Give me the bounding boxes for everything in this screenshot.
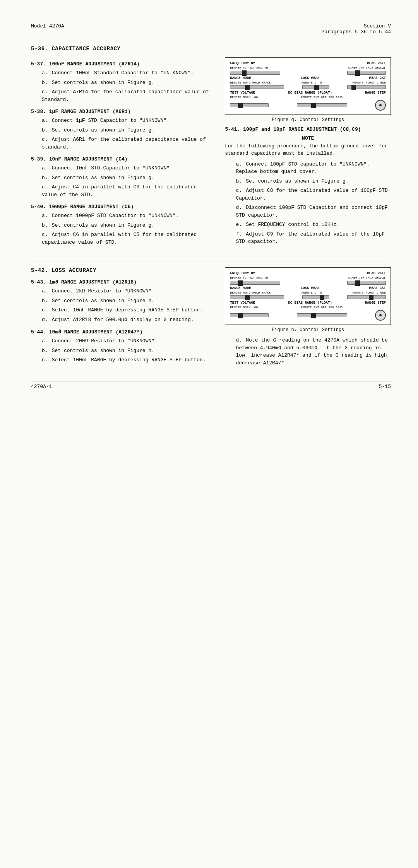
step-37b: b. Set controls as shown in Figure g. (42, 79, 213, 87)
section-36-title: 5-36. CAPACITANCE ACCURACY (31, 46, 391, 52)
section-40: 5-40. 1000pF RANGE ADJUSTMENT (C6) a. Co… (31, 204, 213, 246)
footer-right: 5-15 (379, 384, 391, 390)
section-44-title: 5-44. 10mϑ RANGE ADJUSTMENT (A12R47*) (31, 329, 213, 335)
figure-h-box: FREQUENCY Hz MEAS RATE REMOTE1K10K100K1M… (225, 267, 391, 325)
step-41c: c. Adjust C8 for the calibrated value of… (236, 187, 391, 202)
section-41-title: 5-41. 100pF and 10pF RANGE ADJUSTMENT (C… (225, 126, 391, 132)
section-37-title: 5-37. 100nF RANGE ADJUSTMENT (A7R14) (31, 61, 213, 67)
page-footer: 4270A-1 5-15 (31, 381, 391, 390)
step-44d: d. Note the G reading on the 4270A which… (236, 337, 391, 367)
section-39-title: 5-39. 10nF RANGE ADJUSTMENT (C4) (31, 156, 213, 162)
figure-g-caption: Figure g. Control Settings (225, 117, 391, 123)
section-36: 5-36. CAPACITANCE ACCURACY (31, 46, 391, 52)
col-right-bottom: FREQUENCY Hz MEAS RATE REMOTE1K10K100K1M… (225, 267, 391, 369)
footer-left: 4270A-1 (31, 384, 52, 390)
section-label: Section V Paragraphs 5-36 to 5-44 (322, 23, 391, 35)
step-41a: a. Connect 100pF STD capacitor to "UNKNO… (236, 161, 391, 176)
bottom-two-col: 5-42. LOSS ACCURACY 5-43. 1mϑ RANGE ADJU… (31, 267, 391, 369)
section-37: 5-37. 100nF RANGE ADJUSTMENT (A7R14) a. … (31, 61, 213, 103)
section-41: 5-41. 100pF and 10pF RANGE ADJUSTMENT (C… (225, 126, 391, 246)
step-43a: a. Connect 2kΩ Resistor to "UNKNOWN". (42, 287, 213, 295)
step-41f: f. Adjust C9 for the calibrated value of… (236, 231, 391, 246)
section-42: 5-42. LOSS ACCURACY (31, 267, 213, 273)
section-43-title: 5-43. 1mϑ RANGE ADJUSTMENT (A12R18) (31, 279, 213, 285)
step-38c: c. Adjust A6R1 for the calibrated capaci… (42, 136, 213, 151)
step-37c: c. Adjust A7R14 for the calibrated capac… (42, 88, 213, 103)
figure-h-caption: Figure h. Control Settings (225, 327, 391, 333)
step-43d: d. Adjust A12R18 for 500.0μϑ display on … (42, 316, 213, 324)
step-43c: c. Select 10nF RANGE by depressing RANGE… (42, 306, 213, 314)
step-40b: b. Set controls as shown in Figure g. (42, 222, 213, 229)
step-38a: a. Connect 1μF STD Capacitor to "UNKNOWN… (42, 117, 213, 125)
page: Model 4270A Section V Paragraphs 5-36 to… (0, 0, 418, 868)
top-two-col: 5-37. 100nF RANGE ADJUSTMENT (A7R14) a. … (31, 57, 391, 251)
step-40c: c. Adjust C6 in parallel with C5 for the… (42, 231, 213, 246)
model-label: Model 4270A (31, 23, 64, 35)
section-38-title: 5-38. 1μF RANGE ADJUSTMENT (A6R1) (31, 109, 213, 114)
step-41e: e. Set FREQUENCY control to 10KHz. (236, 221, 391, 229)
step-38b: b. Set controls as shown in Figure g. (42, 126, 213, 134)
step-40a: a. Connect 1000pF STD Capacitor to "UNKN… (42, 212, 213, 220)
step-41b: b. Set controls as shown in Figure g. (236, 178, 391, 185)
section-44: 5-44. 10mϑ RANGE ADJUSTMENT (A12R47*) a.… (31, 329, 213, 364)
col-left-top: 5-37. 100nF RANGE ADJUSTMENT (A7R14) a. … (31, 57, 213, 251)
section-40-title: 5-40. 1000pF RANGE ADJUSTMENT (C6) (31, 204, 213, 210)
section-38: 5-38. 1μF RANGE ADJUSTMENT (A6R1) a. Con… (31, 109, 213, 151)
col-right-top: FREQUENCY Hz MEAS RATE REMOTE1K10K100K1M… (225, 57, 391, 251)
step-44b: b. Set controls as shown in Figure h. (42, 347, 213, 355)
note-41: NOTE For the following procedure, the bo… (225, 135, 391, 157)
figure-g-box: FREQUENCY Hz MEAS RATE REMOTE1K10K100K1M… (225, 57, 391, 115)
step-37a: a. Connect 100nF Standard Capacitor to "… (42, 69, 213, 77)
section-divider (31, 260, 391, 260)
section-42-title: 5-42. LOSS ACCURACY (31, 267, 213, 273)
step-44a: a. Connect 200Ω Resistor to "UNKNOWN". (42, 337, 213, 345)
step-44c: c. Select 100nF RANGE by depressing RANG… (42, 356, 213, 364)
step-39b: b. Set controls as shown in Figure g. (42, 174, 213, 182)
section-39: 5-39. 10nF RANGE ADJUSTMENT (C4) a. Conn… (31, 156, 213, 198)
step-41d: d. Disconnect 100pF STD Capacitor and co… (236, 204, 391, 219)
page-header: Model 4270A Section V Paragraphs 5-36 to… (31, 23, 391, 35)
step-39a: a. Connect 10nF STD Capacitor to "UNKNOW… (42, 164, 213, 172)
col-left-bottom: 5-42. LOSS ACCURACY 5-43. 1mϑ RANGE ADJU… (31, 267, 213, 369)
step-43b: b. Set controls as shown in Figure h. (42, 297, 213, 305)
section-43: 5-43. 1mϑ RANGE ADJUSTMENT (A12R18) a. C… (31, 279, 213, 323)
step-39c: c. Adjust C4 in parallel with C3 for the… (42, 183, 213, 198)
